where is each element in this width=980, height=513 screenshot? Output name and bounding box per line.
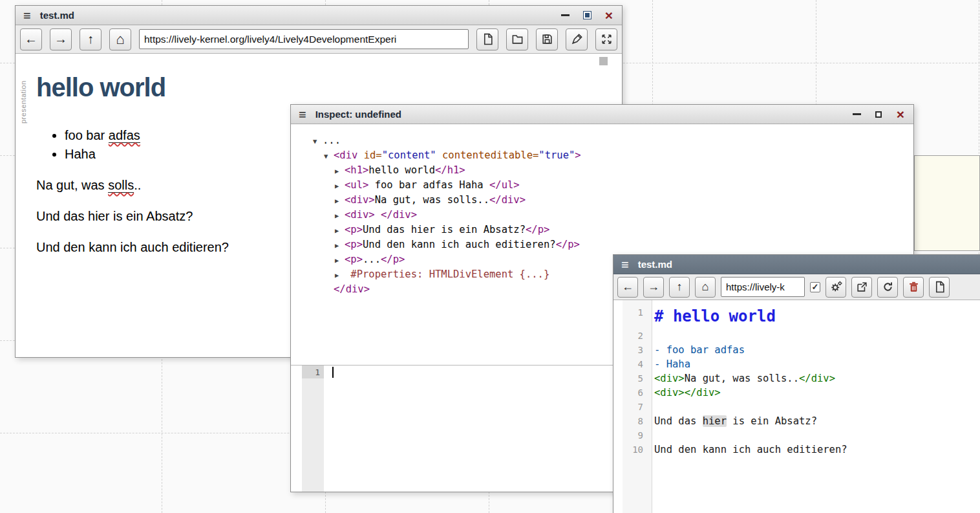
tree-expand-arrow-icon[interactable]: ▶ (335, 179, 345, 193)
tree-expand-arrow-icon[interactable]: ▶ (335, 253, 345, 267)
code-line[interactable]: 10Und den kann ich auch editieren? (613, 442, 980, 457)
tree-token: <p> (345, 254, 363, 265)
new-file-button[interactable] (476, 28, 498, 50)
tree-line[interactable]: ▶<div>Na gut, was solls..</div> (313, 193, 908, 208)
tree-token: </ul> (489, 179, 520, 191)
code-text: <div>Na gut, was solls..</div> (649, 371, 835, 386)
tree-token: foo bar adfas Haha (368, 179, 489, 191)
line-number: 3 (613, 343, 649, 357)
menu-icon[interactable]: ≡ (299, 108, 306, 121)
maximize-button[interactable] (873, 109, 884, 120)
expand-button[interactable] (595, 28, 617, 50)
close-button[interactable]: × (604, 10, 614, 21)
settings-button[interactable] (826, 277, 846, 298)
tree-line[interactable]: ▼<div id="content" contenteditable="true… (313, 148, 908, 163)
paragraph-text: .. (134, 178, 141, 192)
tree-expand-arrow-icon[interactable]: ▼ (324, 149, 334, 163)
auto-update-checkbox[interactable]: ✓ (810, 282, 820, 292)
tree-expand-arrow-icon[interactable]: ▼ (313, 134, 323, 148)
pencil-icon (571, 33, 583, 45)
code-line[interactable]: 6<div></div> (613, 386, 980, 400)
home-button[interactable]: ⌂ (109, 28, 131, 50)
line-number: 8 (613, 414, 649, 428)
back-button[interactable]: ← (617, 277, 638, 298)
tree-line[interactable]: ▶<p>Und den kann ich auch editieren?</p> (313, 237, 908, 252)
new-file-icon (482, 33, 494, 45)
tree-token: <p> (345, 224, 363, 235)
code-token: </div> (799, 373, 835, 384)
tree-expand-arrow-icon[interactable] (324, 283, 334, 297)
forward-button[interactable]: → (50, 28, 72, 50)
tree-expand-arrow-icon[interactable]: ▶ (335, 164, 345, 178)
menu-icon[interactable]: ≡ (621, 258, 629, 271)
code-line[interactable]: 9 (613, 428, 980, 442)
minimize-button[interactable] (560, 10, 570, 21)
url-input[interactable] (139, 29, 469, 49)
up-button[interactable]: ↑ (669, 277, 690, 298)
titlebar[interactable]: ≡ test.md (613, 255, 980, 274)
gears-icon (829, 280, 843, 294)
tree-token: Und das hier is ein Absatz? (363, 224, 526, 235)
tree-token: <p> (345, 239, 363, 250)
code-line[interactable]: 2 (613, 329, 980, 343)
close-button[interactable]: × (895, 109, 906, 120)
tree-line[interactable]: ▼... (313, 133, 908, 148)
tree-expand-arrow-icon[interactable]: ▶ (335, 268, 345, 282)
tree-line[interactable]: ▶<h1>hello world</h1> (313, 163, 908, 178)
tree-expand-arrow-icon[interactable]: ▶ (335, 193, 345, 208)
forward-button[interactable]: → (643, 277, 664, 298)
tree-token: ... (323, 135, 341, 146)
tree-token (375, 209, 381, 221)
tree-token: Na gut, was solls.. (375, 194, 489, 206)
code-token: <div></div> (654, 387, 721, 398)
edit-button[interactable] (566, 28, 588, 50)
new-file-icon (933, 281, 946, 293)
tree-expand-arrow-icon[interactable]: ▶ (335, 238, 345, 252)
expand-icon (601, 33, 613, 45)
tree-expand-arrow-icon[interactable]: ▶ (335, 223, 345, 237)
minimize-button[interactable] (851, 109, 862, 120)
home-button[interactable]: ⌂ (695, 277, 716, 298)
desktop-note (914, 155, 980, 251)
back-button[interactable]: ← (20, 28, 42, 50)
code-lines: 1# hello world23- foo bar adfas4- Haha5<… (613, 300, 980, 457)
save-button[interactable] (536, 28, 558, 50)
text-cursor (332, 367, 334, 378)
code-token: Na gut, was solls.. (685, 373, 799, 384)
code-line[interactable]: 7 (613, 400, 980, 414)
tree-expand-arrow-icon[interactable]: ▶ (335, 208, 345, 223)
browse-folder-button[interactable] (506, 28, 528, 50)
code-line[interactable]: 8Und das hier is ein Absatz? (613, 414, 980, 428)
tree-line[interactable]: ▶<p>Und das hier is ein Absatz?</p> (313, 223, 908, 237)
tree-token: #Properties: HTMLDivElement {...} (345, 268, 549, 280)
url-input[interactable] (721, 277, 805, 297)
titlebar[interactable]: ≡ Inspect: undefined × (291, 105, 913, 124)
reload-button[interactable] (877, 277, 898, 298)
tree-line[interactable]: ▶<ul> foo bar adfas Haha </ul> (313, 178, 908, 193)
maximize-button[interactable] (582, 10, 592, 21)
open-external-button[interactable] (851, 277, 872, 298)
maximize-icon (875, 111, 882, 118)
tree-line[interactable]: ▶<div> </div> (313, 208, 908, 223)
up-button[interactable]: ↑ (80, 28, 101, 50)
markdown-source-window: ≡ test.md ← → ↑ ⌂ ✓ (613, 254, 980, 513)
code-line[interactable]: 3- foo bar adfas (613, 343, 980, 357)
line-number: 7 (613, 400, 649, 414)
new-file-button[interactable] (929, 277, 950, 298)
menu-icon[interactable]: ≡ (23, 9, 31, 22)
desktop: ≡ test.md × ← → ↑ ⌂ (0, 0, 980, 513)
minimize-icon (853, 113, 861, 116)
tree-token: </div> (334, 283, 370, 295)
source-code-editor[interactable]: 1# hello world23- foo bar adfas4- Haha5<… (613, 300, 980, 513)
code-line[interactable]: 5<div>Na gut, was solls..</div> (613, 371, 980, 386)
code-line[interactable]: 1# hello world (613, 305, 980, 329)
window-title: test.md (638, 259, 672, 270)
navigation-toolbar: ← → ↑ ⌂ ✓ (613, 274, 980, 300)
tree-token: "true" (538, 149, 575, 161)
tree-token: id= (364, 149, 382, 161)
code-line[interactable]: 4- Haha (613, 357, 980, 371)
folder-icon (511, 33, 524, 45)
save-icon (541, 33, 553, 45)
titlebar[interactable]: ≡ test.md × (16, 6, 622, 25)
delete-button[interactable] (903, 277, 924, 298)
